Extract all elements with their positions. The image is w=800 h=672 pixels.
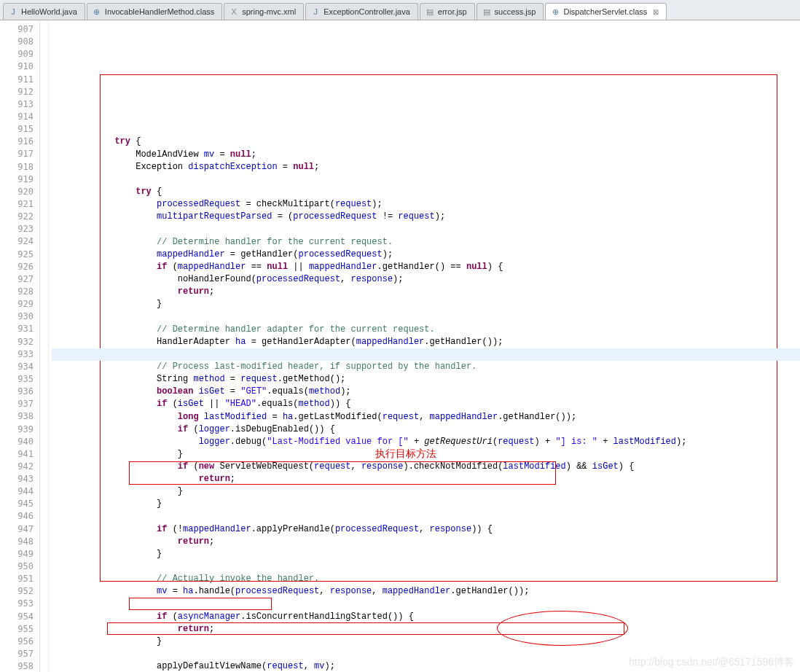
- code-line: [52, 348, 800, 361]
- code-line: [52, 310, 800, 323]
- line-number: 952: [0, 585, 34, 598]
- line-number: 944: [0, 485, 34, 498]
- editor-tab[interactable]: ▤success.jsp: [477, 3, 544, 20]
- editor-tabs: JHelloWorld.java⊕InvocableHandlerMethod.…: [0, 0, 800, 20]
- line-number: 925: [0, 249, 34, 261]
- code-area[interactable]: 执行目标方法 try { ModelAndView mv = null; Exc…: [49, 20, 800, 672]
- line-number: 909: [0, 48, 34, 60]
- line-number: 947: [0, 523, 34, 536]
- line-number: 922: [0, 211, 34, 223]
- code-line: [52, 560, 800, 573]
- file-type-icon: J: [310, 7, 321, 17]
- file-type-icon: ▤: [425, 7, 435, 17]
- line-number: 908: [0, 36, 34, 48]
- code-line: noHandlerFound(processedRequest, respons…: [52, 273, 800, 286]
- file-type-icon: X: [229, 7, 239, 17]
- code-line: [52, 511, 800, 523]
- line-number: 937: [0, 398, 34, 410]
- line-number: 911: [0, 74, 34, 86]
- tab-label: InvocableHandlerMethod.class: [105, 7, 214, 16]
- code-line: if (logger.isDebugEnabled()) {: [52, 423, 800, 436]
- editor-tab[interactable]: ⊕DispatcherServlet.class⊠: [545, 3, 667, 20]
- line-number: 913: [0, 98, 34, 111]
- line-number: 954: [0, 611, 34, 623]
- tab-label: HelloWorld.java: [21, 7, 77, 16]
- code-line: // Determine handler adapter for the cur…: [52, 324, 800, 336]
- line-number: 917: [0, 148, 34, 160]
- code-line: processedRequest = checkMultipart(reques…: [52, 198, 800, 211]
- line-number: 951: [0, 573, 34, 585]
- line-number: 935: [0, 373, 34, 386]
- code-line: logger.debug("Last-Modified value for ["…: [52, 436, 800, 448]
- tab-label: error.jsp: [438, 7, 467, 16]
- line-number: 921: [0, 198, 34, 211]
- code-line: return;: [52, 536, 800, 548]
- code-line: [52, 223, 800, 235]
- file-type-icon: ⊕: [550, 7, 560, 17]
- file-type-icon: J: [8, 7, 18, 17]
- code-editor: 9079089099109119129139149159169179189199…: [0, 20, 800, 672]
- file-type-icon: ⊕: [92, 7, 102, 17]
- code-line: if (!mappedHandler.applyPreHandle(proces…: [52, 523, 800, 536]
- editor-tab[interactable]: ▤error.jsp: [420, 3, 475, 20]
- code-line: String method = request.getMethod();: [52, 373, 800, 386]
- code-line: return;: [52, 623, 800, 636]
- line-number: 941: [0, 448, 34, 461]
- line-number: 948: [0, 536, 34, 548]
- code-line: }: [52, 448, 800, 461]
- code-line: }: [52, 636, 800, 648]
- code-line: ModelAndView mv = null;: [52, 149, 800, 161]
- tab-label: success.jsp: [495, 7, 536, 16]
- editor-tab[interactable]: Xspring-mvc.xml: [224, 3, 304, 20]
- line-number: 920: [0, 186, 34, 198]
- line-number: 914: [0, 111, 34, 123]
- code-line: return;: [52, 473, 800, 485]
- code-line: if (isGet || "HEAD".equals(method)) {: [52, 398, 800, 410]
- editor-tab[interactable]: ⊕InvocableHandlerMethod.class: [87, 3, 222, 20]
- line-number: 912: [0, 86, 34, 98]
- code-line: mappedHandler = getHandler(processedRequ…: [52, 249, 800, 261]
- line-number: 946: [0, 510, 34, 523]
- line-number: 932: [0, 336, 34, 348]
- code-line: HandlerAdapter ha = getHandlerAdapter(ma…: [52, 336, 800, 348]
- code-line: }: [52, 548, 800, 560]
- line-number: 910: [0, 60, 34, 73]
- code-line: try {: [52, 186, 800, 198]
- tab-label: ExceptionController.java: [323, 7, 410, 16]
- tab-label: spring-mvc.xml: [242, 7, 296, 16]
- line-number: 918: [0, 161, 34, 173]
- editor-tab[interactable]: JHelloWorld.java: [3, 3, 85, 20]
- line-number: 956: [0, 636, 34, 648]
- line-number: 939: [0, 423, 34, 436]
- code-line: }: [52, 498, 800, 510]
- watermark: http://blog.csdn.net/@65171596博客: [629, 656, 794, 669]
- line-number: 942: [0, 461, 34, 473]
- line-number: 929: [0, 298, 34, 310]
- file-type-icon: ▤: [482, 7, 492, 17]
- line-number: 949: [0, 548, 34, 560]
- code-line: try {: [52, 136, 800, 148]
- line-number: 928: [0, 286, 34, 298]
- code-line: Exception dispatchException = null;: [52, 161, 800, 173]
- fold-column: [40, 20, 49, 672]
- code-line: }: [52, 298, 800, 310]
- line-number: 950: [0, 560, 34, 573]
- line-number: 924: [0, 235, 34, 248]
- code-line: // Determine handler for the current req…: [52, 236, 800, 249]
- line-number: 943: [0, 473, 34, 485]
- tab-label: DispatcherServlet.class: [563, 7, 647, 16]
- line-number: 926: [0, 261, 34, 273]
- code-line: [52, 598, 800, 611]
- line-number: 907: [0, 23, 34, 36]
- line-number: 958: [0, 660, 34, 672]
- code-line: return;: [52, 286, 800, 298]
- editor-tab[interactable]: JExceptionController.java: [305, 3, 418, 20]
- line-number: 953: [0, 598, 34, 610]
- line-number: 927: [0, 273, 34, 286]
- line-number: 934: [0, 361, 34, 373]
- code-line: if (new ServletWebRequest(request, respo…: [52, 461, 800, 473]
- line-number: 945: [0, 498, 34, 510]
- line-number: 915: [0, 123, 34, 136]
- close-icon[interactable]: ⊠: [653, 8, 659, 16]
- line-number: 938: [0, 410, 34, 423]
